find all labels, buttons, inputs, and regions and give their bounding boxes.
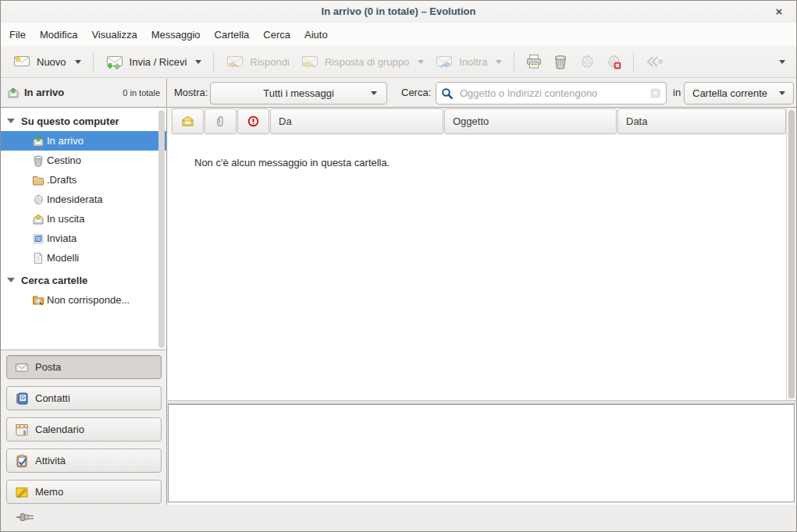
contacts-icon <box>15 392 29 406</box>
search-field[interactable] <box>436 82 667 105</box>
column-header-da[interactable]: Da <box>270 108 443 134</box>
forward-dropdown-arrow[interactable] <box>496 60 502 64</box>
expander-icon[interactable] <box>7 278 15 282</box>
folder-item-cestino[interactable]: Cestino <box>1 151 166 170</box>
menu-aiuto[interactable]: Aiuto <box>297 25 335 44</box>
show-label: Mostra: <box>174 87 208 98</box>
column-header-read-status[interactable] <box>172 108 204 134</box>
folder-label: Cestino <box>47 154 81 166</box>
search-input[interactable] <box>458 87 645 100</box>
sidebar-group-computer[interactable]: Su questo computer <box>1 111 166 131</box>
not-junk-button[interactable] <box>600 50 627 73</box>
folder-item-non-corrisponde[interactable]: Non corrisponde... <box>1 290 166 310</box>
column-header-oggetto[interactable]: Oggetto <box>444 108 617 134</box>
show-filter-value: Tutti i messaggi <box>263 87 334 99</box>
column-header-data[interactable]: Data <box>617 108 786 134</box>
folder-sidebar: Su questo computer In arrivo Cestino .Dr… <box>1 108 167 505</box>
junk-button[interactable] <box>574 50 600 73</box>
attachment-icon <box>215 115 226 127</box>
folder-item-inviata[interactable]: Inviata <box>1 229 166 248</box>
switcher-posta[interactable]: Posta <box>6 355 162 379</box>
menu-cerca[interactable]: Cerca <box>256 25 297 44</box>
folder-item-modelli[interactable]: Modelli <box>1 248 166 268</box>
forward-button[interactable]: Inoltra <box>429 50 507 73</box>
menu-modifica[interactable]: Modifica <box>33 25 84 44</box>
folder-label: Inviata <box>47 232 76 244</box>
column-header-priority[interactable] <box>237 108 269 134</box>
send-receive-label: Invia / Ricevi <box>130 56 187 68</box>
junk-icon <box>32 193 44 206</box>
priority-icon <box>247 115 259 127</box>
toolbar-separator <box>213 52 214 71</box>
scrollbar-thumb[interactable] <box>788 110 795 399</box>
menu-file[interactable]: File <box>2 25 33 44</box>
folder-item-drafts[interactable]: .Drafts <box>1 170 166 190</box>
trash-icon <box>553 54 568 69</box>
toolbar-overflow-arrow[interactable] <box>779 60 785 64</box>
menu-cartella[interactable]: Cartella <box>208 25 257 44</box>
scrollbar-thumb[interactable] <box>158 110 165 348</box>
preview-pane <box>168 404 795 502</box>
sidebar-scrollbar[interactable] <box>158 110 165 348</box>
folder-item-in-uscita[interactable]: In uscita <box>1 209 166 229</box>
close-button[interactable]: × <box>771 4 787 20</box>
group-reply-button[interactable]: Risposta di gruppo <box>295 50 429 73</box>
new-button[interactable]: Nuovo <box>7 50 87 73</box>
reply-button[interactable]: Rispondi <box>220 50 295 73</box>
switcher-attivita[interactable]: Attività <box>6 449 162 473</box>
folder-item-in-arrivo[interactable]: In arrivo <box>1 131 166 151</box>
folder-total-count: 0 in totale <box>123 88 160 98</box>
new-mail-icon <box>12 54 31 69</box>
filter-bar: In arrivo 0 in totale Mostra: Tutti i me… <box>1 79 796 108</box>
switcher-memo[interactable]: Memo <box>6 480 162 504</box>
search-scope-value: Cartella corrente <box>692 87 767 99</box>
group-label: Su questo computer <box>21 115 119 127</box>
group-reply-button-label: Risposta di gruppo <box>325 56 409 68</box>
switcher-calendario[interactable]: Calendario <box>6 417 162 442</box>
message-list-scrollbar[interactable] <box>786 108 796 400</box>
outbox-icon <box>32 213 44 225</box>
search-folder-icon <box>32 294 44 307</box>
group-reply-dropdown-arrow[interactable] <box>418 60 424 64</box>
folder-label: Indesiderata <box>47 193 103 205</box>
read-status-icon <box>181 115 194 127</box>
menu-messaggio[interactable]: Messaggio <box>144 25 208 44</box>
view-switcher: Posta Contatti Calendario Attività Memo <box>1 350 166 505</box>
delete-button[interactable] <box>547 50 574 73</box>
reply-icon <box>226 54 244 69</box>
toolbar-separator <box>633 52 634 71</box>
clear-search-icon[interactable] <box>649 87 661 99</box>
send-receive-dropdown-arrow[interactable] <box>195 60 201 64</box>
title-bar: In arrivo (0 in totale) – Evolution × <box>1 1 796 23</box>
folder-summary: In arrivo 0 in totale <box>1 79 167 107</box>
sidebar-group-cerca-cartelle[interactable]: Cerca cartelle <box>1 270 166 290</box>
search-label: Cerca: <box>401 87 431 98</box>
switcher-contatti[interactable]: Contatti <box>6 386 162 410</box>
message-list[interactable]: Non c'è alcun messaggio in questa cartel… <box>168 135 796 400</box>
search-scope-dropdown[interactable]: Cartella corrente <box>684 82 794 105</box>
folder-icon <box>32 174 44 186</box>
toolbar-separator <box>514 52 514 71</box>
show-filter-dropdown[interactable]: Tutti i messaggi <box>210 82 387 105</box>
forward-icon <box>435 54 454 69</box>
new-dropdown-arrow[interactable] <box>75 60 81 64</box>
folder-label: .Drafts <box>47 174 76 186</box>
evolution-window: In arrivo (0 in totale) – Evolution × Fi… <box>0 0 797 532</box>
send-receive-icon <box>105 54 124 69</box>
online-status-icon[interactable] <box>16 512 37 522</box>
folder-item-indesiderata[interactable]: Indesiderata <box>1 190 166 209</box>
main-toolbar: Nuovo Invia / Ricevi Rispondi <box>1 46 796 78</box>
forward-button-label: Inoltra <box>459 56 487 68</box>
print-button[interactable] <box>521 50 547 73</box>
window-title: In arrivo (0 in totale) – Evolution <box>1 5 796 17</box>
inbox-icon <box>32 135 44 147</box>
toolbar-separator <box>93 52 94 71</box>
mail-icon <box>15 360 29 374</box>
send-receive-button[interactable]: Invia / Ricevi <box>100 50 208 73</box>
previous-message-button[interactable] <box>640 51 670 72</box>
inbox-icon <box>7 87 20 99</box>
previous-icon <box>646 55 664 68</box>
menu-visualizza[interactable]: Visualizza <box>84 25 144 44</box>
column-header-attachment[interactable] <box>205 108 237 134</box>
expander-icon[interactable] <box>7 119 15 123</box>
